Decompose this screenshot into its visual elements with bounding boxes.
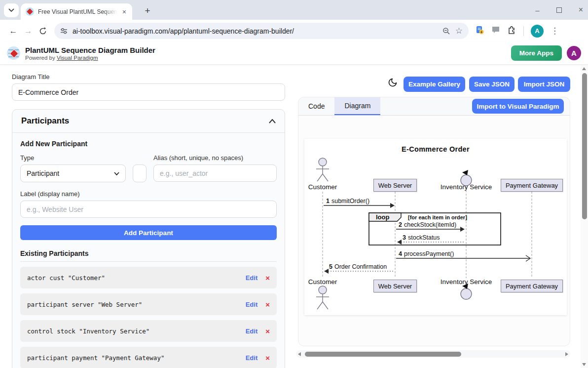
browser-tab[interactable]: Free Visual PlantUML Sequence × [21,3,132,20]
dark-mode-toggle[interactable] [386,76,400,89]
chevron-up-icon[interactable] [269,119,276,123]
participant-label-inventory-service-bottom: Inventory Service [441,278,492,286]
edit-participant-button[interactable]: Edit [246,301,258,308]
participant-code: control stock "Inventory Service" [27,327,246,335]
back-button[interactable]: ← [6,24,21,39]
display-name-input[interactable] [20,201,277,218]
message-3-label: stockStatus [408,234,440,241]
more-apps-button[interactable]: More Apps [511,45,562,61]
remove-participant-icon[interactable]: × [265,354,270,362]
bookmark-star-icon[interactable]: ☆ [455,26,463,36]
message-5-label: Order Confirmation [334,263,387,270]
edit-participant-button[interactable]: Edit [246,354,258,362]
participant-row: control stock "Inventory Service" Edit × [20,320,277,342]
reload-button[interactable] [36,24,50,39]
display-name-label: Label (display name) [20,190,277,198]
docs-extension-icon[interactable] [476,26,484,37]
import-json-button[interactable]: Import JSON [518,77,570,92]
visual-paradigm-link[interactable]: Visual Paradigm [57,55,98,61]
powered-by: Powered by Visual Paradigm [25,55,155,61]
visual-paradigm-logo [7,46,20,60]
right-panel: Example Gallery Save JSON Import JSON Co… [296,65,570,368]
diagram-title: E-Commerce Order [304,145,567,153]
message-2-label: checkStock(itemId) [404,221,456,228]
address-bar[interactable]: ai-toolbox.visual-paradigm.com/app/plant… [54,23,469,39]
chevron-down-icon [8,8,14,12]
window-minimize-button[interactable]: – [535,6,539,14]
participant-label-customer: Customer [308,183,337,191]
horizontal-scroll-thumb[interactable] [305,352,461,357]
participant-box-payment-gateway-bottom: Payment Gateway [501,280,563,292]
tab-search-button[interactable] [4,3,19,17]
scroll-up-arrow[interactable] [582,67,586,70]
window-maximize-button[interactable] [556,7,562,13]
remove-participant-icon[interactable]: × [265,327,270,335]
reload-icon [39,27,47,35]
alias-label: Alias (short, unique, no spaces) [153,154,277,162]
remove-participant-icon[interactable]: × [265,274,270,282]
browser-profile-avatar[interactable]: A [531,25,544,38]
app-title: PlantUML Sequence Diagram Builder [25,46,155,54]
scroll-down-arrow[interactable] [582,363,586,366]
app-user-avatar[interactable]: A [567,46,581,60]
participants-card-header[interactable]: Participants [12,110,285,132]
add-new-participant-heading: Add New Participant [20,140,277,148]
participant-box-web-server-bottom: Web Server [373,280,417,292]
window-controls: – × [535,0,583,20]
type-label: Type [20,154,126,162]
browser-toolbar: ← → ai-toolbox.visual-paradigm.com/app/p… [0,20,588,42]
loop-keyword: loop [376,213,389,221]
participants-heading: Participants [21,116,69,126]
site-favicon-icon [26,7,34,16]
scroll-left-arrow[interactable] [298,352,301,356]
forward-button[interactable]: → [21,24,36,39]
add-participant-button[interactable]: Add Participant [20,225,277,240]
diagram-horizontal-scrollbar[interactable] [296,350,570,358]
participant-label-inventory-service: Inventory Service [441,183,492,191]
url-text[interactable]: ai-toolbox.visual-paradigm.com/app/plant… [73,27,438,35]
loop-condition: [for each item in order] [408,214,467,220]
import-to-visual-paradigm-button[interactable]: Import to Visual Paradigm [472,99,564,114]
tab-diagram[interactable]: Diagram [334,97,380,115]
site-settings-icon[interactable] [60,28,68,34]
edit-participant-button[interactable]: Edit [246,327,258,335]
tab-code[interactable]: Code [298,97,334,115]
zoom-out-icon[interactable] [442,27,450,35]
app-header: PlantUML Sequence Diagram Builder Powere… [0,42,588,65]
toolbar-divider [523,26,524,36]
browser-menu-icon[interactable]: ⋮ [551,26,559,36]
message-4-label: processPayment() [404,250,454,257]
message-5: 5Order Confirmation [329,263,387,270]
new-tab-button[interactable]: + [141,4,154,17]
diagram-viewport[interactable]: E-Commerce Order Customer Web Server Inv… [298,116,570,346]
page-vertical-scrollbar[interactable] [581,65,588,368]
tab-close-icon[interactable]: × [121,8,127,16]
participant-label-customer-bottom: Customer [308,278,337,286]
diagram-title-input[interactable] [12,83,285,101]
edit-participant-button[interactable]: Edit [246,274,258,282]
extensions-puzzle-icon[interactable] [507,25,516,37]
vertical-scroll-thumb[interactable] [582,73,587,219]
participant-box-payment-gateway: Payment Gateway [501,179,563,192]
save-json-button[interactable]: Save JSON [469,77,514,92]
browser-titlebar: Free Visual PlantUML Sequence × + – × [0,0,588,20]
diagram-card: Code Diagram Import to Visual Paradigm [298,97,570,346]
message-1: 1submitOrder() [326,198,369,204]
remove-participant-icon[interactable]: × [265,300,270,309]
participant-code: actor cust "Customer" [27,274,246,282]
window-close-button[interactable]: × [579,5,583,14]
scroll-right-arrow[interactable] [565,352,568,356]
message-2: 2checkStock(itemId) [399,221,456,228]
participants-card: Participants Add New Participant Type Pa… [12,109,285,368]
message-3: 3stockStatus [403,234,440,241]
message-1-number: 1 [326,198,330,204]
comment-extension-icon[interactable] [491,26,500,36]
participant-color-box[interactable] [133,164,147,182]
alias-input[interactable] [153,164,277,182]
extension-area: A ⋮ [476,25,559,38]
message-5-number: 5 [329,263,332,270]
chevron-down-icon [114,172,119,175]
tab-strip: Code Diagram Import to Visual Paradigm [298,97,570,116]
type-select[interactable]: Participant [20,164,126,182]
example-gallery-button[interactable]: Example Gallery [404,77,465,92]
